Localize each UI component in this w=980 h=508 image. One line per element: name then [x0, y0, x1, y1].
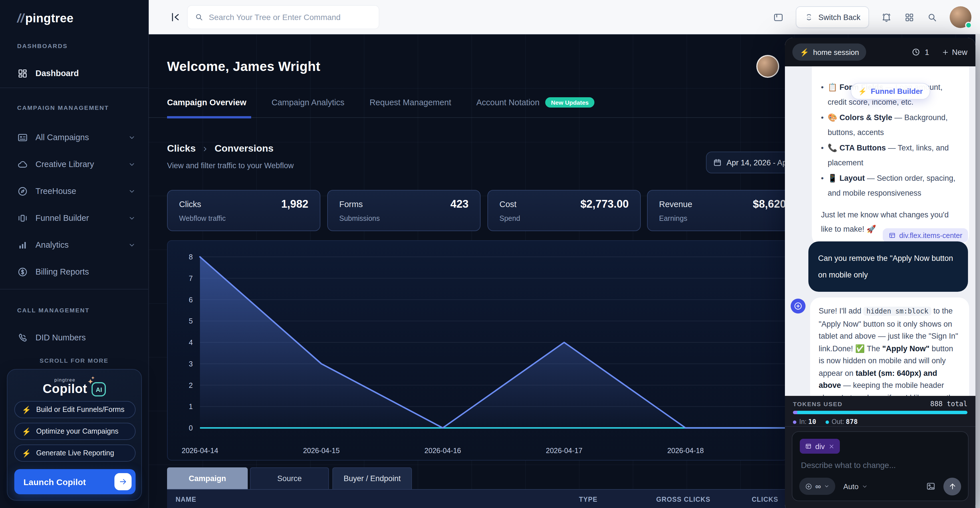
copilot-chat-panel: ⚡ home session 1 New •📋 Form Fields — Lo… [785, 38, 975, 508]
bottom-tab-buyer-endpoint[interactable]: Buyer / Endpoint [332, 467, 412, 489]
session-pill[interactable]: ⚡ home session [792, 43, 866, 61]
token-io-row: In:10 Out:878 [793, 417, 858, 426]
chevron-down-icon [861, 483, 868, 489]
scroll-for-more-hint: SCROLL FOR MORE [0, 357, 148, 364]
bottom-tab-campaign[interactable]: Campaign [167, 467, 248, 489]
tab-campaign-analytics[interactable]: Campaign Analytics [272, 98, 344, 107]
sidebar-item-dashboard[interactable]: Dashboard [10, 62, 141, 84]
svg-text:2026-04-14: 2026-04-14 [181, 446, 218, 454]
global-search [187, 5, 379, 29]
logo-slashes-icon: // [17, 11, 24, 25]
stat-card-clicks: Clicks 1,982 Webflow traffic [167, 190, 320, 231]
sidebar-item-all-campaigns[interactable]: All Campaigns [10, 126, 141, 149]
chat-composer: div Describe what to change... ∞ Auto [792, 432, 969, 501]
topbar: Switch Back [149, 0, 980, 34]
stat-card-revenue: Revenue $8,620 Earnings [647, 190, 807, 231]
launch-copilot-button[interactable]: Launch Copilot [14, 469, 135, 494]
mode-selector[interactable]: Auto [843, 482, 868, 490]
svg-text:2026-04-15: 2026-04-15 [303, 446, 340, 454]
sidebar-item-treehouse[interactable]: TreeHouse [10, 180, 141, 202]
brand-logo[interactable]: //pingtree [17, 11, 73, 25]
collapse-sidebar-button[interactable] [169, 11, 182, 24]
chevron-down-icon [824, 483, 830, 489]
attach-image-button[interactable] [926, 481, 936, 491]
chevron-down-icon [128, 187, 135, 195]
stat-value: 1,982 [281, 198, 309, 210]
sidebar: //pingtree DASHBOARDS Dashboard CAMPAIGN… [0, 0, 149, 508]
breadcrumb-current: Conversions [215, 143, 274, 154]
search-icon [194, 13, 204, 22]
svg-text:2026-04-17: 2026-04-17 [546, 446, 582, 454]
sidebar-item-did-numbers[interactable]: DID Numbers [10, 326, 141, 349]
stat-value: $2,773.00 [581, 198, 629, 210]
tab-campaign-overview[interactable]: Campaign Overview [167, 98, 246, 107]
apps-grid-icon[interactable] [904, 12, 915, 22]
close-icon[interactable] [828, 443, 834, 449]
new-updates-badge: New Updates [545, 97, 594, 108]
sidebar-item-billing-reports[interactable]: Billing Reports [10, 260, 141, 283]
sidebar-item-funnel-builder[interactable]: Funnel Builder [10, 207, 141, 229]
search-icon[interactable] [927, 12, 938, 22]
copilot-panel: pingtree Copilot AI ✦ ✦ ⚡ Build or Edit … [7, 369, 142, 500]
switch-user-icon [805, 13, 814, 22]
selected-element-chip[interactable]: div.flex.items-center [883, 228, 968, 242]
sparkle-icon: ✦ [91, 376, 95, 381]
history-clock-icon[interactable] [912, 48, 921, 57]
funnel-builder-tooltip-chip[interactable]: ⚡ Funnel Builder [851, 83, 930, 100]
history-count: 1 [925, 48, 929, 56]
token-usage-bar [793, 411, 967, 414]
tab-account-notation[interactable]: Account NotationNew Updates [476, 97, 594, 108]
list-item: •🎨 Colors & Style — Background, buttons,… [821, 110, 961, 140]
send-button[interactable] [943, 478, 961, 495]
palette-emoji: 🎨 [827, 113, 837, 122]
sidebar-item-analytics[interactable]: Analytics [10, 233, 141, 256]
tokens-total: 888 total [930, 400, 967, 408]
page-scrollbar[interactable] [975, 34, 980, 508]
tab-request-management[interactable]: Request Management [369, 98, 451, 107]
divider [0, 289, 148, 290]
tokens-out: 878 [846, 417, 858, 426]
assistant-avatar [791, 299, 805, 314]
stat-value: 423 [450, 198, 469, 210]
lightning-icon: ⚡ [22, 449, 31, 457]
app-root: //pingtree DASHBOARDS Dashboard CAMPAIGN… [0, 0, 980, 508]
context-limit-selector[interactable]: ∞ [799, 478, 835, 495]
breadcrumb: Clicks Conversions [167, 143, 274, 154]
lightning-icon: ⚡ [800, 48, 809, 56]
chevron-down-icon [128, 134, 135, 141]
svg-text:5: 5 [189, 317, 193, 325]
phone-emoji: 📞 [827, 143, 837, 152]
tokens-used-label: TOKENS USED [793, 400, 842, 407]
layout-table-icon [805, 443, 812, 450]
infinity-icon: ∞ [815, 482, 821, 491]
target-element-chip[interactable]: div [800, 439, 840, 454]
copilot-action-optimize-campaigns[interactable]: ⚡ Optimize your Campaigns [14, 423, 135, 440]
cloud-icon [17, 159, 28, 170]
chevron-down-icon [128, 214, 135, 222]
switch-back-button[interactable]: Switch Back [796, 6, 869, 28]
breadcrumb-parent[interactable]: Clicks [167, 143, 196, 154]
chat-input[interactable]: Describe what to change... [801, 460, 896, 470]
search-input[interactable] [209, 13, 372, 22]
circle-plus-icon [794, 301, 803, 311]
svg-text:0: 0 [189, 424, 193, 432]
copilot-action-live-reporting[interactable]: ⚡ Generate Live Reporting [14, 444, 135, 462]
panel-left-icon[interactable] [773, 12, 784, 22]
stat-card-forms: Forms 423 Submissions [327, 190, 480, 231]
user-avatar[interactable] [950, 6, 971, 28]
bottom-tab-source[interactable]: Source [250, 467, 329, 489]
copilot-action-build-funnels[interactable]: ⚡ Build or Edit Funnels/Forms [14, 401, 135, 418]
notifications-bell-icon[interactable] [881, 12, 892, 22]
new-session-button[interactable]: New [942, 48, 967, 56]
sidebar-item-creative-library[interactable]: Creative Library [10, 153, 141, 176]
list-item: •📱 Layout — Section order, spacing, and … [821, 171, 961, 201]
welcome-avatar[interactable] [756, 55, 779, 78]
stat-value: $8,620 [753, 198, 786, 210]
chevron-down-icon [128, 241, 135, 248]
in-dot [793, 420, 796, 424]
svg-text:1: 1 [189, 403, 193, 411]
traffic-area-chart: 0123456782026-04-142026-04-152026-04-162… [167, 240, 788, 460]
dashboard-grid-icon [17, 68, 28, 79]
page-title: Welcome, James Wright [167, 59, 320, 74]
svg-text:6: 6 [189, 296, 193, 304]
